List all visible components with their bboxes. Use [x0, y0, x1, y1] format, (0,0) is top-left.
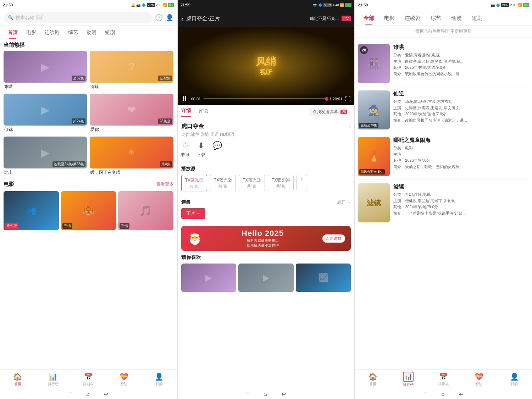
profile-icon[interactable]: 👤 [166, 14, 173, 22]
bnav-rank[interactable]: 📊 排行榜 [35, 372, 71, 387]
hot-title-3: 爱你 [90, 126, 173, 134]
tv-button[interactable]: TV [342, 16, 351, 21]
detail-arrow[interactable]: › [349, 123, 351, 130]
source-4[interactable]: T [297, 175, 307, 191]
nav-movie[interactable]: 电影 [22, 29, 40, 39]
rec-0[interactable]: ▶ [181, 264, 237, 292]
back-button[interactable]: ‹ [181, 15, 184, 23]
status-bar-p3: 21:59 📷 🔷 VPN 2.80 📶 65 [355, 0, 532, 10]
tab-detail[interactable]: 详情 [181, 107, 191, 117]
home-btn-p2[interactable]: ⌂ [264, 391, 267, 397]
status-icons-p2: 📷 🔷 VPN 4.40 📶 65 [313, 3, 351, 7]
hot-item-4[interactable]: ▶ 连载至14集/共38集 北上 [4, 137, 87, 177]
home-icon: 🏠 [13, 372, 22, 381]
banner-button[interactable]: 点击进群 [322, 234, 345, 243]
video-logo: 风绡 视听 [256, 55, 276, 77]
p3-bnav-rank-label: 排行榜 [403, 382, 414, 387]
rnav-variety[interactable]: 综艺 [426, 13, 446, 25]
detail-title: 虎口夺金 [181, 123, 204, 130]
bnav-home[interactable]: 🏠 首页 [0, 372, 35, 387]
hot-badge-1: 全32集 [158, 76, 172, 81]
progress-bar[interactable] [204, 98, 326, 99]
rank-badge-2: 踏风火而来 赴... [359, 169, 385, 174]
danmu-button[interactable]: 点我发送弹幕 26 [309, 108, 351, 116]
ep-row: 选集 展开 ＞ [181, 199, 351, 205]
play-button[interactable]: ⏸ [181, 95, 188, 103]
hot-item-1[interactable]: ? 全32集 滤镜 [90, 51, 173, 91]
p3-bnav-schedule-label: 排期表 [438, 382, 449, 387]
nav-anime[interactable]: 动漫 [82, 29, 101, 39]
favorite-button[interactable]: ♡ 收藏 [181, 141, 190, 158]
source-0[interactable]: TX蓝光① 共1集 [181, 175, 207, 191]
bnav-profile[interactable]: 👤 我的 [142, 372, 177, 387]
bnav-rank-label: 排行榜 [48, 382, 59, 387]
tab-comment[interactable]: 评论 [198, 108, 208, 116]
rank-subtitle: 根据当前热度整理 不定时更新 [355, 26, 532, 38]
source-2[interactable]: TX蓝光③ 共1集 [239, 175, 265, 191]
rec-1[interactable]: ▶ [238, 264, 294, 292]
hot-item-0[interactable]: ▶ 全32集 难哄 [4, 51, 87, 91]
rank-item-1[interactable]: 🧙 更新至79集 仙逆 分类：动漫,情,动画,古装,东方玄幻 主演：史泽鳌,张惠… [358, 87, 529, 133]
rec-2[interactable]: 📈 [296, 264, 351, 292]
back-btn-p2[interactable]: ↩ [281, 391, 286, 398]
source-3[interactable]: TX蓝光④ 共1集 [268, 175, 294, 191]
movie-item-0[interactable]: 👥 抢先版 [4, 191, 59, 230]
rnav-movie[interactable]: 电影 [379, 13, 400, 25]
source-1[interactable]: TX蓝光② 共1集 [210, 175, 236, 191]
rank-item-2[interactable]: 🔥 踏风火而来 赴... 哪吒之魔童闹海 分类：电影 主演： 其他：2025年/… [358, 133, 529, 180]
promo-banner[interactable]: 🎅 Hello 2025 解析失败请更换接口 如未解决请添加群聊 点击进群 [181, 226, 351, 251]
p3-bnav-home[interactable]: 🏠 首页 [355, 372, 390, 387]
sig3-icon: 2.80 [510, 3, 516, 7]
rank-item-3[interactable]: 滤镜 滤镜 分类：奇幻,连续,电视 主演：檀健次,李兰迪,高瀚宇,罗钧钧,...… [358, 180, 529, 226]
sponsor-icon: 💝 [120, 372, 128, 381]
menu-btn[interactable]: ≡ [68, 391, 72, 397]
ep-expand[interactable]: 展开 ＞ [337, 199, 351, 205]
bottom-nav-p3: 🏠 首页 📊 排行榜 📅 排期表 💝 赞助 👤 我的 [355, 369, 532, 389]
rnav-shorts[interactable]: 短剧 [467, 13, 487, 25]
search-bar[interactable]: 🔍 搜索名称 简介 🕐 👤 [0, 10, 177, 26]
vpn2-icon: VPN [323, 3, 332, 7]
movie-more[interactable]: 查看更多 [156, 181, 173, 187]
home-btn-p3[interactable]: ⌂ [441, 391, 445, 397]
bnav-sponsor[interactable]: 💝 赞助 [106, 372, 142, 387]
bnav-schedule[interactable]: 📅 排期表 [71, 372, 106, 387]
fullscreen-button[interactable]: ⛶ [345, 96, 351, 102]
hot-item-5[interactable]: ❄ 第4集 嗳，国王在冬眠 [90, 137, 173, 177]
back-btn[interactable]: ↩ [104, 391, 108, 398]
nav-variety[interactable]: 综艺 [64, 29, 82, 39]
hot-item-2[interactable]: ▶ 第24集 似锦 [4, 94, 87, 134]
rnav-all[interactable]: 全部 [359, 13, 379, 25]
nav-home[interactable]: 首页 [4, 29, 22, 39]
active-episode[interactable]: 正片 ··· [181, 208, 205, 219]
history-icon[interactable]: 🕐 [155, 14, 163, 22]
rank-title-2: 哪吒之魔童闹海 [393, 137, 529, 144]
rank-item-0[interactable]: 👫 28 难哄 分类：爱情,青春,剧情,电视 主演：白敬亭,章若楠,陈昊森,张淞… [358, 40, 529, 87]
schedule-icon: 📅 [84, 372, 93, 381]
hot-title-5: 嗳，国王在冬眠 [90, 168, 173, 177]
panel-home: 21:59 🔔 📷 🔷 VPN 293 📶 65 🔍 搜索名称 简介 🕐 👤 首… [0, 0, 177, 399]
menu-btn-p2[interactable]: ≡ [246, 391, 249, 397]
hot-item-3[interactable]: ❤ 28集全 爱你 [90, 94, 173, 134]
movie-item-2[interactable]: 🎵 完结 [118, 191, 173, 230]
status-bar-p1: 21:59 🔔 📷 🔷 VPN 293 📶 65 [0, 0, 177, 10]
movie-item-1[interactable]: 🐯 完结 [61, 191, 116, 230]
home-btn[interactable]: ⌂ [86, 391, 90, 397]
p3-bnav-schedule[interactable]: 📅 排期表 [426, 372, 461, 387]
hot-badge-2: 第24集 [72, 118, 85, 124]
nav-series[interactable]: 连续剧 [40, 29, 64, 39]
nav-shorts[interactable]: 短剧 [101, 29, 119, 39]
search-input[interactable]: 🔍 搜索名称 简介 [4, 12, 152, 23]
menu-btn-p3[interactable]: ≡ [424, 391, 427, 397]
back-btn-p3[interactable]: ↩ [459, 391, 464, 398]
comment-button[interactable]: 💬 [212, 141, 222, 158]
rnav-anime[interactable]: 动漫 [446, 13, 467, 25]
download-button[interactable]: ⬇ 下载 [197, 141, 205, 158]
p3-bnav-rank[interactable]: 📊 排行榜 [390, 372, 426, 387]
chat-icon: 💬 [212, 141, 222, 150]
rnav-series[interactable]: 连续剧 [400, 13, 426, 25]
video-player[interactable]: 风绡 视听 ⏸ 00:01 1:20:01 ⛶ [178, 27, 355, 105]
p3-rank-icon: 📊 [403, 372, 414, 382]
p3-bnav-sponsor[interactable]: 💝 赞助 [461, 372, 497, 387]
p3-bnav-profile[interactable]: 👤 我的 [497, 372, 532, 387]
signal-icon: 293 [156, 3, 161, 7]
